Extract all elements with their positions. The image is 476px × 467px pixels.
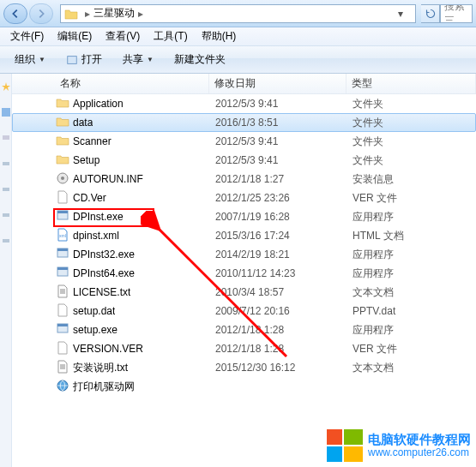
file-date: 2007/1/19 16:28 [210,211,347,223]
library-icon[interactable] [2,108,10,117]
file-type: 应用程序 [347,248,475,262]
file-date: 2012/5/3 9:41 [210,154,347,166]
exe-icon [56,247,69,263]
file-date: 2012/1/18 1:28 [210,343,347,355]
refresh-button[interactable] [421,4,440,23]
watermark-url: www.computer26.com [368,446,471,458]
file-name: VERSION.VER [73,343,143,355]
back-button[interactable] [3,3,27,24]
chevron-down-icon: ▼ [147,56,154,63]
search-box[interactable]: 搜索 三 [440,4,473,23]
organize-button[interactable]: 组织 ▼ [5,48,55,71]
favorite-icon[interactable] [2,82,10,91]
file-type: 应用程序 [347,210,475,225]
table-row[interactable]: xmldpinst.xml2015/3/16 17:24HTML 文档 [12,226,476,245]
file-date: 2012/1/25 23:26 [210,192,347,204]
file-name: dpinst.xml [73,230,119,242]
svg-rect-11 [57,211,68,213]
folder-icon [64,7,78,21]
search-placeholder: 搜索 三 [444,4,468,23]
url-icon [56,379,69,395]
svg-text:xml: xml [59,233,66,238]
table-row[interactable]: setup.exe2012/1/18 1:28应用程序 [12,320,476,339]
column-type[interactable]: 类型 [346,74,476,93]
column-name[interactable]: 名称 [12,74,209,93]
breadcrumb-segment[interactable]: 三星驱动 [93,6,135,21]
menu-file[interactable]: 文件(F) [3,27,51,45]
file-date: 2014/2/19 18:21 [210,248,347,260]
watermark-title: 电脑软硬件教程网 [368,433,471,447]
exe-icon [56,322,69,338]
folder-icon [56,96,69,112]
svg-rect-5 [3,188,9,191]
refresh-icon [425,9,436,19]
open-icon [66,54,78,66]
forward-button[interactable] [29,3,53,24]
html-icon: xml [56,228,69,244]
file-date: 2010/3/4 18:57 [210,286,347,298]
table-row[interactable]: Application2012/5/3 9:41文件夹 [12,94,476,113]
open-button[interactable]: 打开 [57,48,111,71]
file-date: 2015/12/30 16:12 [210,362,347,374]
svg-rect-0 [68,56,77,63]
table-row[interactable]: DPInst32.exe2014/2/19 18:21应用程序 [12,245,476,264]
svg-point-9 [61,177,64,180]
menu-view[interactable]: 查看(V) [99,27,147,45]
table-row[interactable]: Scanner2012/5/3 9:41文件夹 [12,132,476,151]
address-dropdown[interactable]: ▾ [398,8,412,20]
file-type: PPTV.dat [347,305,475,317]
share-button[interactable]: 共享 ▼ [113,48,163,71]
table-row[interactable]: data2016/1/3 8:51文件夹 [12,113,476,132]
exe-icon [56,209,69,225]
drive-icon[interactable] [2,185,10,194]
new-folder-button[interactable]: 新建文件夹 [165,48,235,71]
breadcrumb-separator: ▸ [81,8,93,20]
file-date: 2012/5/3 9:41 [210,98,347,110]
svg-rect-7 [3,239,9,242]
menubar: 文件(F) 编辑(E) 查看(V) 工具(T) 帮助(H) [0,27,476,46]
file-name: DPInst64.exe [73,267,135,279]
table-row[interactable]: VERSION.VER2012/1/18 1:28VER 文件 [12,339,476,358]
file-date: 2012/1/18 1:27 [210,173,347,185]
table-row[interactable]: DPInst64.exe2010/11/12 14:23应用程序 [12,264,476,283]
file-name: setup.exe [73,324,117,336]
svg-rect-14 [57,248,68,251]
address-bar[interactable]: ▸ 三星驱动 ▸ ▾ [60,4,416,23]
svg-rect-4 [3,162,9,165]
txt-icon [56,360,69,376]
svg-rect-2 [2,108,10,117]
folder-icon [56,153,69,169]
table-row[interactable]: 打印机驱动网 [12,377,476,396]
menu-edit[interactable]: 编辑(E) [51,27,99,45]
menu-tools[interactable]: 工具(T) [147,27,194,45]
file-list[interactable]: Application2012/5/3 9:41文件夹data2016/1/3 … [12,94,476,467]
breadcrumb-separator: ▸ [135,8,147,20]
file-list-pane: 名称 修改日期 类型 Application2012/5/3 9:41文件夹da… [12,74,476,467]
arrow-right-icon [35,8,47,20]
table-row[interactable]: AUTORUN.INF2012/1/18 1:27安装信息 [12,170,476,189]
table-row[interactable]: LICENSE.txt2010/3/4 18:57文本文档 [12,283,476,302]
drive-icon[interactable] [2,236,10,245]
drive-icon[interactable] [2,159,10,168]
table-row[interactable]: setup.dat2009/7/12 20:16PPTV.dat [12,302,476,320]
windows-logo-icon [327,429,363,462]
file-type: VER 文件 [347,191,475,206]
exe-icon [56,266,69,282]
txt-icon [56,284,69,301]
file-name: Setup [73,154,99,166]
menu-help[interactable]: 帮助(H) [195,27,244,45]
column-headers: 名称 修改日期 类型 [12,74,476,94]
drive-icon[interactable] [2,211,10,219]
file-type: 文本文档 [347,285,475,300]
titlebar: ▸ 三星驱动 ▸ ▾ 搜索 三 [0,0,476,27]
table-row[interactable]: CD.Ver2012/1/25 23:26VER 文件 [12,189,476,207]
file-type: 文件夹 [347,135,475,149]
table-row[interactable]: DPInst.exe2007/1/19 16:28应用程序 [12,207,476,226]
column-date[interactable]: 修改日期 [209,74,346,93]
file-name: Scanner [73,135,111,147]
table-row[interactable]: Setup2012/5/3 9:41文件夹 [12,151,476,170]
computer-icon[interactable] [2,134,10,142]
toolbar: 组织 ▼ 打开 共享 ▼ 新建文件夹 [0,46,476,74]
table-row[interactable]: 安装说明.txt2015/12/30 16:12文本文档 [12,358,476,377]
file-icon [56,303,69,320]
